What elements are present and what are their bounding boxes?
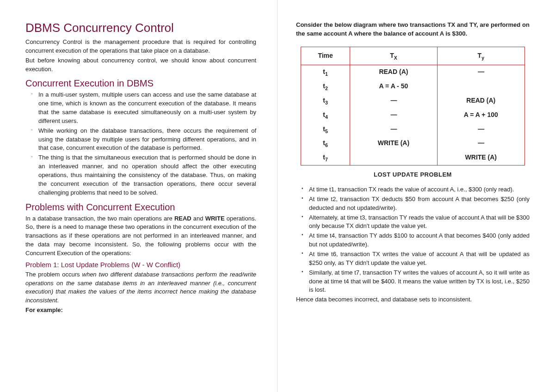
diagram-intro: Consider the below diagram where two tra… bbox=[296, 21, 530, 38]
ty-cell: — bbox=[438, 122, 524, 137]
table-body: t1READ (A)—t2A = A - 50t3—READ (A)t4—A =… bbox=[301, 65, 524, 165]
time-cell: t5 bbox=[301, 122, 350, 137]
table-row: t7WRITE (A) bbox=[301, 151, 524, 165]
list-item: The thing is that the simultaneous execu… bbox=[38, 153, 256, 197]
list-item: Similarly, at time t7, transaction TY wr… bbox=[309, 269, 530, 295]
intro-paragraph-1: Concurrency Control is the management pr… bbox=[25, 38, 256, 55]
ty-cell: A = A + 100 bbox=[438, 108, 524, 122]
intro-paragraph-2: But before knowing about concurrency con… bbox=[25, 56, 256, 74]
tx-cell bbox=[350, 151, 437, 165]
left-column: DBMS Concurrency Control Concurrency Con… bbox=[0, 0, 278, 392]
concurrent-execution-list: In a multi-user system, multiple users c… bbox=[25, 91, 256, 197]
table-row: t4—A = A + 100 bbox=[301, 108, 524, 122]
list-item: At time t2, transaction TX deducts $50 f… bbox=[309, 195, 530, 213]
table-row: t6WRITE (A)— bbox=[301, 136, 524, 151]
tx-cell: — bbox=[350, 108, 437, 122]
heading-concurrent-execution: Concurrent Execution in DBMS bbox=[25, 78, 256, 89]
table-row: t1READ (A)— bbox=[301, 65, 524, 80]
ty-cell: WRITE (A) bbox=[438, 151, 524, 165]
time-cell: t3 bbox=[301, 94, 350, 108]
list-item: At time t1, transaction TX reads the val… bbox=[309, 185, 530, 194]
table-header-time: Time bbox=[301, 47, 350, 65]
ty-cell: — bbox=[438, 136, 524, 151]
tx-cell: READ (A) bbox=[350, 65, 437, 80]
conclusion: Hence data becomes incorrect, and databa… bbox=[296, 295, 530, 304]
heading-problem-1: Problem 1: Lost Update Problems (W - W C… bbox=[25, 261, 256, 269]
time-cell: t2 bbox=[301, 80, 350, 94]
list-item: At time t4, transaction TY adds $100 to … bbox=[309, 232, 530, 249]
ty-cell: — bbox=[438, 65, 524, 80]
time-cell: t6 bbox=[301, 136, 350, 151]
lost-update-table: Time TX Ty t1READ (A)—t2A = A - 50t3—REA… bbox=[301, 47, 525, 165]
page-title: DBMS Concurrency Control bbox=[25, 21, 256, 35]
for-example-label: For example: bbox=[25, 306, 256, 315]
problem-1-paragraph: The problem occurs when two different da… bbox=[25, 270, 256, 305]
table-caption: LOST UPDATE PROBLEM bbox=[296, 171, 530, 178]
problems-paragraph: In a database transaction, the two main … bbox=[25, 214, 256, 258]
table-row: t3—READ (A) bbox=[301, 94, 524, 108]
ty-cell bbox=[438, 80, 524, 94]
time-cell: t4 bbox=[301, 108, 350, 122]
explanation-list: At time t1, transaction TX reads the val… bbox=[296, 185, 530, 294]
time-cell: t1 bbox=[301, 65, 350, 80]
tx-cell: — bbox=[350, 122, 437, 137]
list-item: Alternately, at time t3, transaction TY … bbox=[309, 214, 530, 231]
list-item: In a multi-user system, multiple users c… bbox=[38, 91, 256, 125]
table-header-ty: Ty bbox=[438, 47, 524, 65]
ty-cell: READ (A) bbox=[438, 94, 524, 108]
table-row: t2A = A - 50 bbox=[301, 80, 524, 94]
tx-cell: — bbox=[350, 94, 437, 108]
time-cell: t7 bbox=[301, 151, 350, 165]
tx-cell: A = A - 50 bbox=[350, 80, 437, 94]
list-item: While working on the database transactio… bbox=[38, 127, 256, 153]
list-item: At time t6, transaction TX writes the va… bbox=[309, 250, 530, 268]
tx-cell: WRITE (A) bbox=[350, 136, 437, 151]
right-column: Consider the below diagram where two tra… bbox=[278, 0, 555, 392]
table-row: t5—— bbox=[301, 122, 524, 137]
table-header-tx: TX bbox=[350, 47, 437, 65]
heading-problems: Problems with Concurrent Execution bbox=[25, 202, 256, 213]
table-header-row: Time TX Ty bbox=[301, 47, 524, 66]
